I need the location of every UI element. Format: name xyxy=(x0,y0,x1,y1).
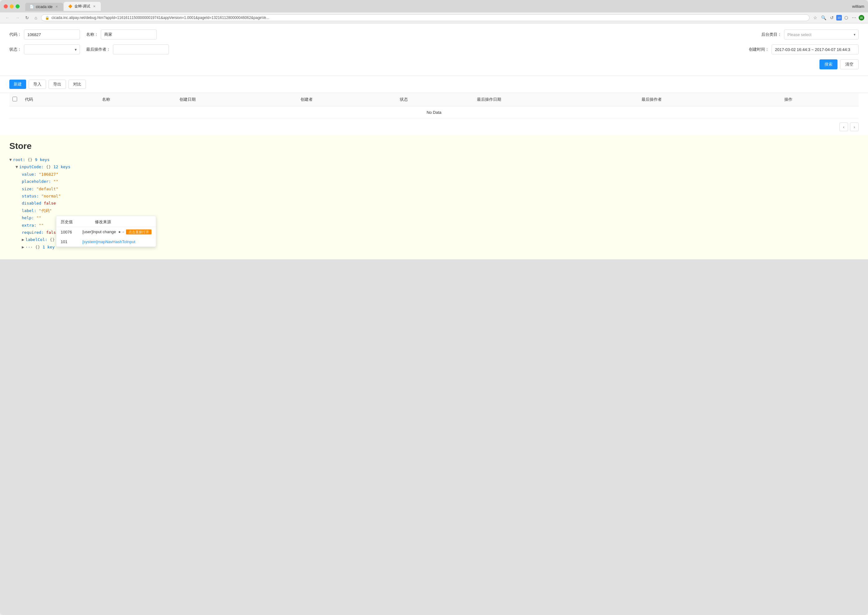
labelCol-type: {} xyxy=(50,236,55,243)
checkbox-header xyxy=(9,93,22,106)
popup-badge-0[interactable]: 点击直接打开 xyxy=(126,229,152,234)
extra-key: extra: xyxy=(22,222,36,229)
table-body: No Data xyxy=(9,106,859,119)
root-toggle[interactable]: ▼ xyxy=(9,156,12,163)
disabled-val: false xyxy=(44,200,56,207)
value-key: value: xyxy=(22,171,36,178)
next-page-button[interactable]: › xyxy=(850,122,859,131)
menu-button[interactable]: ⋯ xyxy=(851,15,857,21)
tab-debug-icon: 🔶 xyxy=(68,4,72,8)
address-bar[interactable]: 🔒 cicada.inc.alipay.net/debug.htm?appId=… xyxy=(41,14,810,21)
import-button[interactable]: 导入 xyxy=(29,80,46,89)
back-button[interactable]: ← xyxy=(4,15,11,21)
cast-button[interactable]: ⬡ xyxy=(843,15,849,21)
operator-label: 最后操作者： xyxy=(86,47,111,52)
close-button[interactable] xyxy=(4,4,8,8)
more-count: 1 key xyxy=(42,244,55,251)
inputCode-key: inputCode: xyxy=(19,163,44,170)
popup-source-0: [user]Input change ●→ 点击直接打开 xyxy=(83,229,152,234)
search-button[interactable]: 搜索 xyxy=(820,59,838,69)
form-row-2: 状态： 最后操作者： 创建时间： xyxy=(9,44,859,55)
chevron-down-icon: ▾ xyxy=(854,33,855,37)
created-time-label: 创建时间： xyxy=(749,47,769,52)
bookmark-button[interactable]: ☆ xyxy=(812,15,818,21)
tab-close-button[interactable]: ✕ xyxy=(92,4,97,8)
size-val: "default" xyxy=(36,185,58,192)
more-toggle[interactable]: ▶ xyxy=(22,244,24,251)
form-actions: 搜索 清空 xyxy=(9,59,859,69)
extra-val: "" xyxy=(39,222,44,229)
placeholder-item: placeholder: "" xyxy=(22,178,859,185)
size-key: size: xyxy=(22,185,34,192)
help-val: "" xyxy=(36,214,41,222)
maximize-button[interactable] xyxy=(16,4,20,8)
user-name: william xyxy=(852,4,864,9)
refresh-action-button[interactable]: ↺ xyxy=(829,15,835,21)
reload-button[interactable]: ↻ xyxy=(23,15,30,21)
popup-val-1: 101 xyxy=(61,239,79,244)
date-range-input[interactable] xyxy=(771,44,859,55)
tab-label: 金蝉·调试 xyxy=(74,4,90,9)
table-header: 代码 名称 创建日期 创建者 状态 最后操作日期 最后操作者 操作 xyxy=(9,93,859,106)
label-tree-val: "代码" xyxy=(39,207,52,214)
ext-count: 10 xyxy=(838,16,841,19)
code-form-item: 代码： xyxy=(9,30,80,39)
col-last-op-date: 最后操作日期 xyxy=(474,93,638,106)
new-button[interactable]: 新建 xyxy=(9,80,26,89)
url-text: cicada.inc.alipay.net/debug.htm?appId=11… xyxy=(51,16,805,20)
more-type: {} xyxy=(35,244,40,251)
table-container: 代码 名称 创建日期 创建者 状态 最后操作日期 最后操作者 操作 No Dat… xyxy=(0,93,868,119)
no-data-cell: No Data xyxy=(9,106,859,119)
name-input[interactable] xyxy=(101,30,157,39)
labelCol-toggle[interactable]: ▶ xyxy=(22,236,24,243)
backend-select[interactable]: Please select ▾ xyxy=(784,30,859,39)
export-button[interactable]: 导出 xyxy=(48,80,66,89)
table-header-row: 代码 名称 创建日期 创建者 状态 最后操作日期 最后操作者 操作 xyxy=(9,93,859,106)
search-action-button[interactable]: 🔍 xyxy=(820,15,827,21)
label-tree-key: label: xyxy=(22,207,36,214)
value-val: "106827" xyxy=(39,171,58,178)
tab-jinchan[interactable]: 🔶 金蝉·调试 ✕ xyxy=(64,2,101,11)
form-row-1: 代码： 名称： 后台类目： Please select ▾ xyxy=(9,30,859,39)
browser-window: 📄 cicada ide ✕ 🔶 金蝉·调试 ✕ william ← → ↻ ⌂… xyxy=(0,0,868,615)
forward-button[interactable]: → xyxy=(14,15,21,21)
data-table: 代码 名称 创建日期 创建者 状态 最后操作日期 最后操作者 操作 No Dat… xyxy=(9,93,859,119)
home-button[interactable]: ⌂ xyxy=(33,15,39,21)
tab-cicada-ide[interactable]: 📄 cicada ide ✕ xyxy=(25,3,63,11)
prev-page-button[interactable]: ‹ xyxy=(839,122,848,131)
secure-icon: 🔒 xyxy=(45,16,50,20)
col-code: 代码 xyxy=(22,93,99,106)
popup-source-1[interactable]: [system]mapNavHashToInput xyxy=(83,239,135,244)
clear-button[interactable]: 清空 xyxy=(840,59,859,69)
popup-row-1: 101 [system]mapNavHashToInput xyxy=(56,237,156,247)
code-input[interactable] xyxy=(24,30,80,39)
inputCode-toggle[interactable]: ▼ xyxy=(16,163,18,170)
root-type: {} xyxy=(28,156,33,163)
col-name: 名称 xyxy=(99,93,176,106)
backend-label: 后台类目： xyxy=(761,32,782,37)
popup-col1-header: 历史值 xyxy=(61,219,86,225)
code-label: 代码： xyxy=(9,32,22,37)
toolbar: 新建 导入 导出 对比 xyxy=(0,76,868,93)
status-select[interactable] xyxy=(24,44,80,55)
compare-button[interactable]: 对比 xyxy=(69,80,86,89)
extension-badge[interactable]: 10 xyxy=(836,15,842,20)
no-data-row: No Data xyxy=(9,106,859,119)
label-tree-item: label: "代码" xyxy=(22,207,859,214)
operator-input[interactable] xyxy=(113,44,169,55)
popup-header: 历史值 修改来源 xyxy=(56,216,156,227)
labelCol-key: labelCol: xyxy=(25,236,47,243)
popup-overlay: 历史值 修改来源 10076 [user]Input change ●→ 点击直… xyxy=(56,216,156,247)
profile-icon[interactable]: W xyxy=(859,15,864,20)
minimize-button[interactable] xyxy=(9,4,14,8)
help-key: help: xyxy=(22,214,34,222)
value-item: value: "106827" xyxy=(22,171,859,178)
inputCode-type: {} xyxy=(46,163,51,170)
select-all-checkbox[interactable] xyxy=(13,97,17,101)
title-bar: 📄 cicada ide ✕ 🔶 金蝉·调试 ✕ william xyxy=(0,0,868,12)
tab-close-button[interactable]: ✕ xyxy=(55,5,59,9)
col-creator: 创建者 xyxy=(297,93,397,106)
status-tree-key: status: xyxy=(22,192,39,200)
name-form-item: 名称： xyxy=(86,30,157,39)
size-item: size: "default" xyxy=(22,185,859,192)
